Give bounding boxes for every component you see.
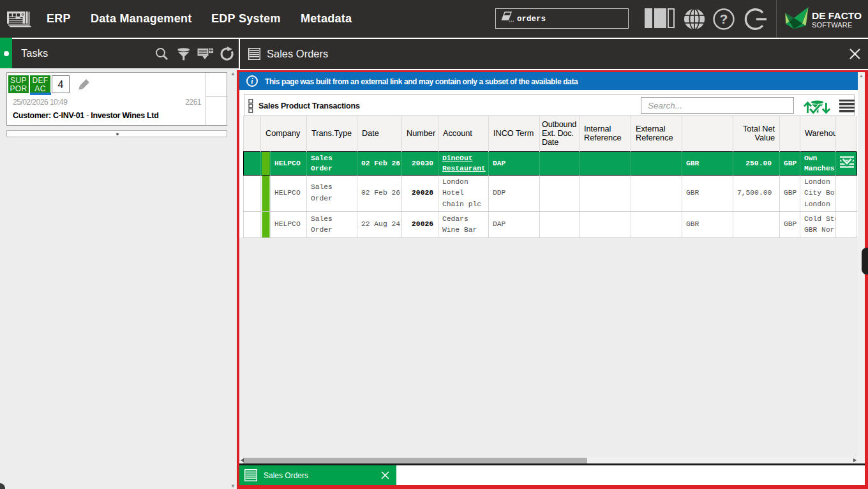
svg-text:?: ? [720, 11, 728, 26]
